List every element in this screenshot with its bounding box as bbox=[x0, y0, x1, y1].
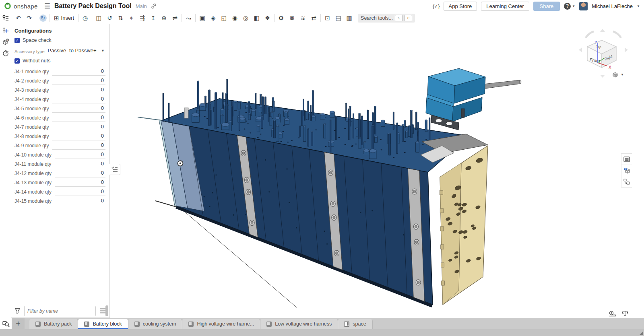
configuration-list-toggle-button[interactable] bbox=[109, 164, 120, 175]
module-qty-row: J4-8 module qty0 bbox=[11, 131, 109, 140]
group-button[interactable]: ▣ bbox=[197, 13, 208, 23]
module-qty-input[interactable]: 0 bbox=[52, 123, 105, 131]
linear-relation-button[interactable]: ⇄ bbox=[308, 13, 319, 23]
panel-scrollbar-thumb[interactable] bbox=[105, 305, 108, 316]
document-tab-high-voltage-wire-harne-[interactable]: High voltage wire harne... bbox=[182, 319, 260, 329]
exploded-view-button[interactable]: ⊡ bbox=[322, 13, 333, 23]
search-tabs-button[interactable] bbox=[0, 318, 12, 329]
module-qty-row: J4-15 module qty0 bbox=[11, 196, 109, 205]
feature-script-icon[interactable]: {✓} bbox=[433, 3, 440, 9]
user-name[interactable]: Michael LaFleche bbox=[592, 3, 633, 9]
share-link-icon[interactable] bbox=[151, 3, 157, 9]
display-states-button[interactable]: ◧ bbox=[251, 13, 262, 23]
redo-button[interactable]: ↷ bbox=[24, 13, 35, 23]
module-qty-input[interactable]: 0 bbox=[55, 150, 105, 159]
bom-button[interactable]: ▥ bbox=[344, 13, 355, 23]
module-qty-input[interactable]: 0 bbox=[52, 76, 105, 85]
history-clock-button[interactable]: ◷ bbox=[80, 13, 91, 23]
parts-insight-panel-icon[interactable]: ? bbox=[1, 38, 9, 46]
share-button[interactable]: Share bbox=[533, 2, 560, 11]
drawing-button[interactable]: ▤ bbox=[333, 13, 344, 23]
svg-text:?: ? bbox=[7, 39, 8, 41]
parallel-mate-button[interactable]: ⇌ bbox=[169, 13, 180, 23]
insert-button[interactable]: ⊞Insert bbox=[51, 13, 77, 23]
app-store-button[interactable]: App Store bbox=[444, 2, 477, 11]
performance-panel-icon[interactable] bbox=[2, 49, 10, 57]
pin-slot-mate-button[interactable]: ↥ bbox=[148, 13, 159, 23]
module-qty-input[interactable]: 0 bbox=[55, 197, 105, 205]
tab-label: Battery pack bbox=[44, 321, 72, 327]
module-qty-input[interactable]: 0 bbox=[55, 178, 105, 187]
update-linked-documents-button[interactable]: ↻ bbox=[37, 13, 48, 23]
module-qty-input[interactable]: 0 bbox=[55, 169, 105, 177]
learning-center-button[interactable]: Learning Center bbox=[481, 2, 529, 11]
module-qty-input[interactable]: 0 bbox=[52, 67, 105, 76]
filter-funnel-icon[interactable] bbox=[14, 308, 21, 314]
rack-pinion-relation-button[interactable]: ≋ bbox=[297, 13, 308, 23]
view-cube-body[interactable] bbox=[587, 40, 616, 68]
gear-relation-button[interactable]: ⚙ bbox=[276, 13, 287, 23]
help-caret-icon[interactable]: ▼ bbox=[572, 4, 575, 8]
cylindrical-mate-button[interactable]: ⇶ bbox=[137, 13, 148, 23]
module-qty-input[interactable]: 0 bbox=[52, 113, 105, 122]
fastened-mate-button[interactable]: ◫ bbox=[93, 13, 104, 23]
named-positions-button[interactable]: ◱ bbox=[219, 13, 229, 23]
module-qty-input[interactable]: 0 bbox=[52, 86, 105, 94]
bom-button-glyph: ▥ bbox=[347, 14, 352, 22]
module-qty-row: J4-7 module qty0 bbox=[11, 122, 109, 131]
module-qty-value: 0 bbox=[101, 179, 104, 185]
user-avatar[interactable] bbox=[579, 2, 588, 10]
fix-button[interactable]: ◈ bbox=[208, 13, 219, 23]
module-qty-input[interactable]: 0 bbox=[54, 160, 105, 168]
document-tab-low-voltage-wire-harness[interactable]: Low voltage wire harness bbox=[260, 319, 338, 329]
configurations-panel-icon[interactable] bbox=[2, 14, 10, 22]
tape-measure-icon[interactable] bbox=[609, 311, 616, 317]
undo-button[interactable]: ↶ bbox=[13, 13, 24, 23]
module-qty-row: J4-5 module qty0 bbox=[11, 103, 109, 113]
screw-relation-button[interactable]: ☸ bbox=[287, 13, 297, 23]
main-menu-icon[interactable]: ☰ bbox=[44, 2, 50, 10]
appearance-button[interactable]: ❖ bbox=[262, 13, 273, 23]
feature-list-panel-button[interactable] bbox=[621, 154, 632, 165]
onshape-logo[interactable]: onshape bbox=[4, 2, 38, 10]
ball-mate-button[interactable]: ⊕ bbox=[159, 13, 169, 23]
search-shortcut-c-key: c bbox=[405, 15, 412, 21]
module-qty-input[interactable]: 0 bbox=[55, 188, 105, 196]
mate-connector-button[interactable]: ↝ bbox=[183, 13, 194, 23]
add-tab-button[interactable]: + bbox=[12, 318, 25, 329]
slider-mate-button-glyph: ⇅ bbox=[118, 14, 123, 22]
document-tab-space[interactable]: space bbox=[338, 319, 372, 329]
module-qty-value: 0 bbox=[101, 161, 104, 167]
versions-panel-icon[interactable] bbox=[2, 27, 10, 35]
accessory-type-select[interactable]: Passive- to Passive+ ▼ bbox=[47, 47, 105, 55]
module-qty-label: J4-7 module qty bbox=[14, 124, 49, 131]
document-tab-battery-pack[interactable]: Battery pack bbox=[29, 319, 78, 329]
toolbar-separator bbox=[50, 14, 50, 22]
exploded-view-button-glyph: ⊡ bbox=[325, 14, 330, 22]
workspace-name[interactable]: Main bbox=[136, 3, 147, 9]
snap-mode-button[interactable]: ◉ bbox=[229, 13, 240, 23]
drag-button[interactable]: ◎ bbox=[240, 13, 251, 23]
view-options-button[interactable]: ▼ bbox=[612, 71, 624, 78]
planar-mate-button[interactable]: ⌖ bbox=[126, 13, 137, 23]
mass-properties-icon[interactable] bbox=[622, 310, 628, 317]
module-qty-input[interactable]: 0 bbox=[52, 95, 105, 103]
view-cube-top-label[interactable]: Top bbox=[596, 45, 602, 49]
filter-by-name-input[interactable] bbox=[24, 306, 96, 316]
module-qty-input[interactable]: 0 bbox=[52, 141, 105, 150]
slider-mate-button[interactable]: ⇅ bbox=[115, 13, 126, 23]
insertables-panel-button[interactable] bbox=[621, 176, 632, 187]
search-tools-button[interactable]: Search tools... ⌥ c bbox=[358, 14, 415, 23]
space-check-checkbox[interactable]: ✓ bbox=[14, 38, 20, 43]
user-menu-caret-icon[interactable]: ▼ bbox=[637, 4, 640, 8]
help-icon[interactable]: ? bbox=[564, 3, 571, 10]
bom-panel-button[interactable] bbox=[621, 165, 632, 176]
module-qty-input[interactable]: 0 bbox=[52, 132, 105, 140]
revolute-mate-button[interactable]: ↺ bbox=[104, 13, 115, 23]
resize-corner-handle[interactable] bbox=[639, 331, 643, 335]
document-tab-battery-block[interactable]: Battery block bbox=[78, 319, 128, 329]
document-tab-cooling-system[interactable]: cooling system bbox=[128, 319, 183, 329]
fastened-mate-button-glyph: ◫ bbox=[96, 14, 102, 22]
module-qty-input[interactable]: 0 bbox=[52, 104, 105, 113]
without-nuts-checkbox[interactable]: ✓ bbox=[14, 58, 20, 64]
